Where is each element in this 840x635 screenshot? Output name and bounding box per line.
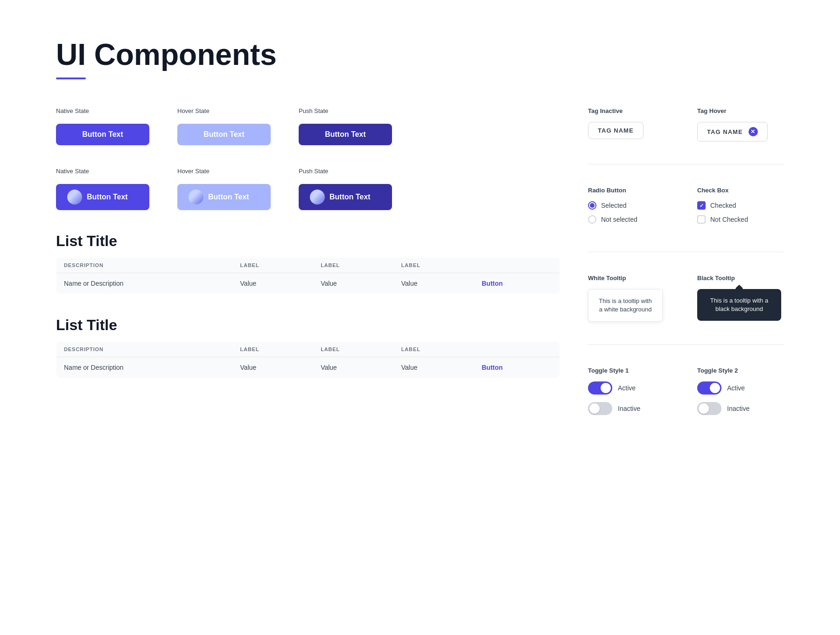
checkmark-icon: ✓	[700, 203, 704, 209]
btn-icon-circle-native	[67, 190, 82, 205]
checkbox-notchecked-text: Not Checked	[710, 216, 748, 223]
hover-state-label: Hover State	[177, 107, 271, 114]
toggle-1-active-item: Active	[588, 381, 675, 395]
checkbox-notchecked-item[interactable]: Not Checked	[697, 215, 784, 224]
btn-icon-circle-push	[310, 190, 325, 205]
tag-inactive[interactable]: TAG NAME	[588, 122, 644, 139]
toggle-1-active-label: Active	[618, 384, 636, 392]
btn-icon-circle-inner-push	[310, 190, 325, 205]
tooltip-black-text: This is a tooltip with a black backgroun…	[710, 297, 768, 312]
right-panel: Tag Inactive TAG NAME Tag Hover TAG NAME…	[588, 107, 784, 467]
list-col-action-1	[474, 258, 560, 273]
table-row: Name or Description Value Value Value Bu…	[56, 357, 560, 378]
toggle-1-inactive-knob	[589, 403, 600, 414]
button-group-push: Push State Button Text	[299, 107, 392, 145]
toggle-1-inactive-label: Inactive	[618, 405, 640, 412]
page-title: UI Components	[56, 37, 784, 72]
list-action-cell-2: Button	[474, 357, 560, 378]
toggle-style1-label: Toggle Style 1	[588, 367, 675, 374]
toggle-2-active-label: Active	[727, 384, 745, 392]
btn-icon-hover[interactable]: Button Text	[177, 184, 271, 210]
btn-push[interactable]: Button Text	[299, 124, 392, 145]
tag-hover-col: Tag Hover TAG NAME ✕	[697, 107, 784, 141]
icon-button-group-push: Push State Button Text	[299, 168, 392, 210]
toggle-2-inactive-item: Inactive	[697, 402, 784, 415]
radio-checkbox-row: Radio Button Selected Not selected	[588, 187, 784, 229]
native-state-label: Native State	[56, 107, 149, 114]
toggle-2-inactive[interactable]	[697, 402, 721, 415]
push-state-label: Push State	[299, 107, 392, 114]
toggles-section: Toggle Style 1 Active Inactive	[588, 367, 784, 445]
toggle-2-inactive-knob	[699, 403, 709, 414]
radio-selected-outer	[588, 201, 596, 210]
tags-row: Tag Inactive TAG NAME Tag Hover TAG NAME…	[588, 107, 784, 141]
tooltip-white-text: This is a tooltip with a white backgroun…	[599, 297, 651, 313]
list-value3-cell-2: Value	[394, 357, 475, 378]
list-value2-cell-1: Value	[313, 273, 394, 294]
toggle-2-active-knob	[710, 383, 720, 393]
list-title-1: List Title	[56, 233, 560, 250]
radio-notselected-outer	[588, 215, 596, 224]
list-col-description-2: DESCRIPTION	[56, 342, 233, 357]
btn-icon-native[interactable]: Button Text	[56, 184, 149, 210]
toggle-1-active[interactable]	[588, 381, 612, 395]
icon-hover-state-label: Hover State	[177, 168, 271, 175]
radio-checkbox-section: Radio Button Selected Not selected	[588, 187, 784, 252]
list-button-1[interactable]: Button	[482, 280, 503, 287]
list-description-cell-1: Name or Description	[56, 273, 233, 294]
radio-label: Radio Button	[588, 187, 675, 194]
tags-section: Tag Inactive TAG NAME Tag Hover TAG NAME…	[588, 107, 784, 164]
tag-hover[interactable]: TAG NAME ✕	[697, 122, 768, 141]
list-table-1: DESCRIPTION LABEL LABEL LABEL Name or De…	[56, 257, 560, 294]
list-table-2-header-row: DESCRIPTION LABEL LABEL LABEL	[56, 342, 560, 357]
btn-icon-circle-inner-hover	[189, 190, 203, 205]
icon-push-state-label: Push State	[299, 168, 392, 175]
toggle-2-active[interactable]	[697, 381, 721, 395]
list-section-1: List Title DESCRIPTION LABEL LABEL LABEL	[56, 233, 560, 294]
tooltip-black: This is a tooltip with a black backgroun…	[697, 289, 781, 321]
checkbox-checked-box: ✓	[697, 201, 706, 210]
list-button-2[interactable]: Button	[482, 364, 503, 371]
toggle-1-active-knob	[601, 383, 611, 393]
toggle-2-active-item: Active	[697, 381, 784, 395]
list-value1-cell-2: Value	[233, 357, 314, 378]
tooltip-black-col: Black Tooltip This is a tooltip with a b…	[697, 275, 784, 321]
list-section-2: List Title DESCRIPTION LABEL LABEL LABEL	[56, 317, 560, 378]
radio-selected-text: Selected	[601, 202, 626, 209]
btn-icon-hover-label: Button Text	[208, 193, 249, 201]
toggle-style2-label: Toggle Style 2	[697, 367, 784, 374]
title-underline	[56, 78, 86, 79]
radio-selected-item[interactable]: Selected	[588, 201, 675, 210]
tag-inactive-label: Tag Inactive	[588, 107, 675, 114]
button-row-icon: Native State Button Text Hover State	[56, 168, 560, 210]
btn-icon-push-label: Button Text	[329, 193, 371, 201]
list-table-1-header-row: DESCRIPTION LABEL LABEL LABEL	[56, 258, 560, 273]
radio-notselected-item[interactable]: Not selected	[588, 215, 675, 224]
toggles-row: Toggle Style 1 Active Inactive	[588, 367, 784, 423]
checkbox-checked-text: Checked	[710, 202, 736, 209]
icon-native-state-label: Native State	[56, 168, 149, 175]
toggle-2-inactive-label: Inactive	[727, 405, 749, 412]
list-value3-cell-1: Value	[394, 273, 475, 294]
tag-inactive-col: Tag Inactive TAG NAME	[588, 107, 675, 139]
left-panel: Native State Button Text Hover State But…	[56, 107, 560, 467]
toggle-style1-col: Toggle Style 1 Active Inactive	[588, 367, 675, 423]
list-col-label1-2: LABEL	[233, 342, 314, 357]
table-row: Name or Description Value Value Value Bu…	[56, 273, 560, 294]
btn-hover[interactable]: Button Text	[177, 124, 271, 145]
btn-icon-push[interactable]: Button Text	[299, 184, 392, 210]
list-col-label2-2: LABEL	[313, 342, 394, 357]
checkbox-checked-item[interactable]: ✓ Checked	[697, 201, 784, 210]
tag-close-icon[interactable]: ✕	[749, 127, 758, 136]
tooltip-white-label: White Tooltip	[588, 275, 675, 282]
list-table-2: DESCRIPTION LABEL LABEL LABEL Name or De…	[56, 341, 560, 378]
btn-native[interactable]: Button Text	[56, 124, 149, 145]
list-col-description-1: DESCRIPTION	[56, 258, 233, 273]
radio-col: Radio Button Selected Not selected	[588, 187, 675, 229]
tooltip-white-col: White Tooltip This is a tooltip with a w…	[588, 275, 675, 322]
tooltips-section: White Tooltip This is a tooltip with a w…	[588, 275, 784, 345]
toggle-1-inactive[interactable]	[588, 402, 612, 415]
radio-selected-inner	[590, 203, 595, 208]
tag-hover-text: TAG NAME	[707, 128, 743, 135]
list-action-cell-1: Button	[474, 273, 560, 294]
